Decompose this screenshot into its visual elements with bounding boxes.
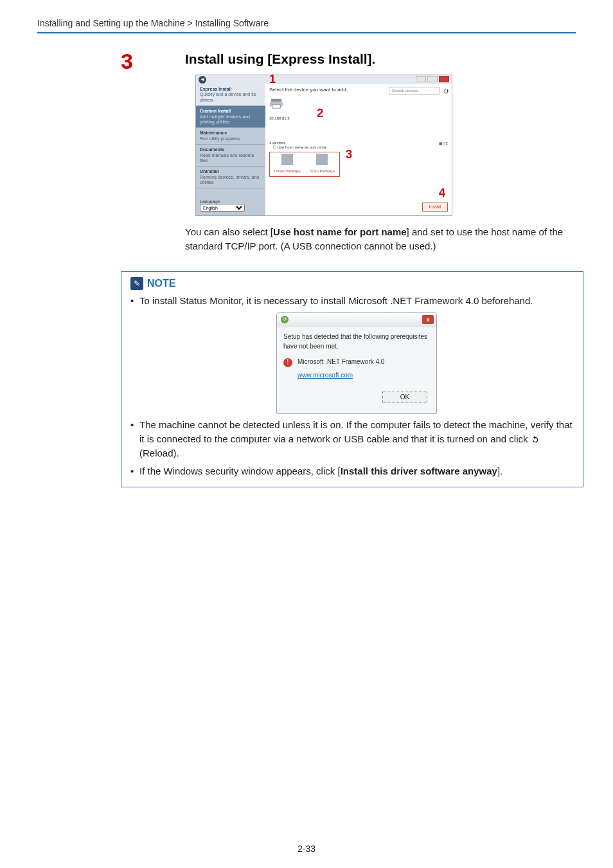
svg-rect-2 xyxy=(272,105,281,108)
prereq-app-icon: ⟳ xyxy=(281,316,289,323)
device-ip: 10.180.81.3 xyxy=(269,116,290,120)
package-area: Driver Package Scan Package xyxy=(269,152,340,177)
ok-button[interactable]: OK xyxy=(382,392,427,403)
section-heading: Install using [Express Install]. xyxy=(185,51,583,67)
sidebar-item-documents[interactable]: DocumentsRead manuals and readme files xyxy=(196,145,265,167)
page-number: 2-33 xyxy=(0,844,613,854)
scan-package[interactable]: Scan Package xyxy=(306,154,338,173)
driver-package[interactable]: Driver Package xyxy=(271,154,303,173)
step-number: 3 xyxy=(121,49,133,74)
prereq-dialog: ⟳ x Setup has detected that the followin… xyxy=(276,312,437,414)
prereq-message: Setup has detected that the following pr… xyxy=(283,332,430,351)
prereq-item: Microsoft .NET Framework 4.0 xyxy=(298,357,384,367)
installer-main: Select the device you want to add. Searc… xyxy=(265,84,452,215)
alert-icon: ! xyxy=(283,358,292,367)
sidebar-item-uninstall[interactable]: UninstallRemove devices, drivers, and ut… xyxy=(196,167,265,188)
install-button[interactable]: Install xyxy=(422,203,448,212)
callout-number-4: 4 xyxy=(439,186,445,200)
language-dropdown[interactable]: English xyxy=(200,204,245,212)
close-icon[interactable]: x xyxy=(422,315,434,324)
note-icon: ✎ xyxy=(130,277,143,290)
reload-icon[interactable] xyxy=(443,88,449,95)
back-icon[interactable]: ◄ xyxy=(199,76,206,84)
printer-icon xyxy=(269,98,283,109)
note-title: NOTE xyxy=(147,278,175,289)
callout-number-3: 3 xyxy=(346,148,352,161)
view-icons[interactable]: ▦ | ≡ xyxy=(439,141,448,145)
note-box: ✎ NOTE To install Status Monitor, it is … xyxy=(121,271,583,488)
reload-icon xyxy=(531,435,540,444)
svg-rect-0 xyxy=(271,99,281,102)
hostname-checkbox[interactable]: ☐ Use host name as port name xyxy=(273,145,452,149)
installer-titlebar: ◄ 1 xyxy=(196,75,452,84)
note-item-3: If the Windows security window appears, … xyxy=(130,464,574,478)
note-item-2: The machine cannot be detected unless it… xyxy=(130,418,574,460)
callout-number-2: 2 xyxy=(317,107,323,120)
installer-sidebar: Express InstallQuickly add a device and … xyxy=(196,84,265,215)
breadcrumb: Installing and Setting up the Machine > … xyxy=(37,18,576,28)
search-input[interactable]: Search devices xyxy=(389,87,440,95)
installer-dialog: ◄ 1 Express InstallQuickly add a device … xyxy=(195,75,452,216)
microsoft-link[interactable]: www.microsoft.com xyxy=(298,371,353,381)
note-item-1: To install Status Monitor, it is necessa… xyxy=(130,294,574,415)
language-selector[interactable]: Language English xyxy=(200,199,245,212)
sidebar-item-custom[interactable]: Custom InstallAdd multiple devices and p… xyxy=(196,106,265,128)
paragraph-hostname: You can also select [Use host name for p… xyxy=(185,225,583,253)
window-controls[interactable] xyxy=(416,76,449,84)
sidebar-item-maintenance[interactable]: MaintenanceRun utility programs xyxy=(196,128,265,145)
prereq-titlebar: ⟳ x xyxy=(277,313,436,327)
device-item[interactable]: 10.180.81.3 2 xyxy=(269,98,299,123)
sidebar-item-express[interactable]: Express InstallQuickly add a device and … xyxy=(196,84,265,106)
header-divider xyxy=(37,32,576,33)
